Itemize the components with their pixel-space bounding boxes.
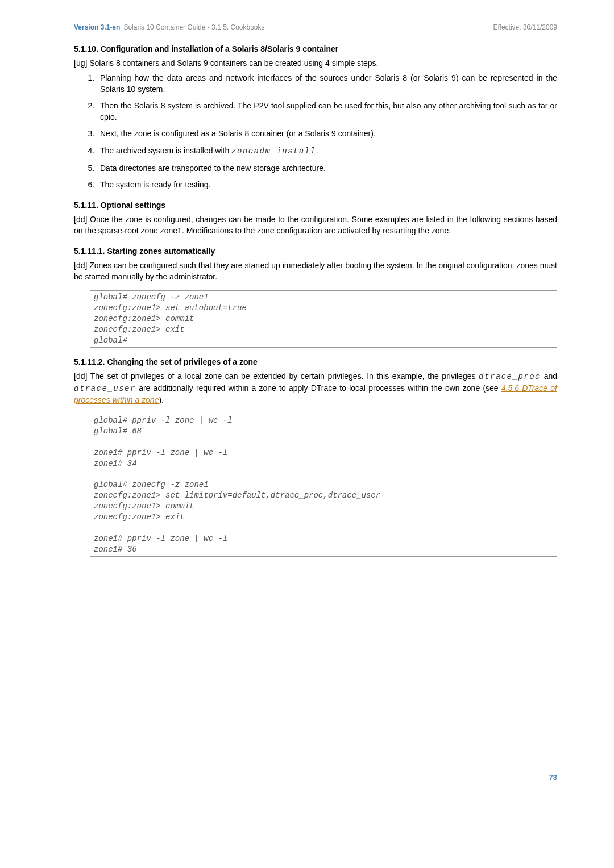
list-item: Data directories are transported to the … [97, 163, 557, 174]
page-header: Version 3.1-en Solaris 10 Container Guid… [74, 23, 557, 32]
header-effective: Effective: 30/11/2009 [493, 23, 557, 32]
list-item: Then the Solaris 8 system is archived. T… [97, 101, 557, 123]
priv-dtrace-proc: dtrace_proc [479, 372, 541, 381]
section-5-1-11-heading: 5.1.11. Optional settings [74, 200, 557, 211]
p-text: ). [159, 395, 164, 404]
section-5-1-11-1-heading: 5.1.11.1. Starting zones automatically [74, 246, 557, 257]
p-text: are additionally required within a zone … [136, 383, 501, 393]
li4-text-c: . [316, 146, 318, 155]
code-block-autoboot: global# zonecfg -z zone1 zonecfg:zone1> … [90, 290, 557, 347]
section-5-1-11-2-heading: 5.1.11.2. Changing the set of privileges… [74, 357, 557, 368]
list-item: Planning how the data areas and network … [97, 73, 557, 95]
page-number: 73 [74, 773, 557, 783]
li4-text-a: The archived system is installed with [100, 146, 231, 155]
code-block-privileges: global# ppriv -l zone | wc -l global# 68… [90, 414, 557, 557]
list-item: The archived system is installed with zo… [97, 145, 557, 157]
section-5-1-11-2-para: [dd] The set of privileges of a local zo… [74, 371, 557, 406]
p-text: and [541, 372, 557, 381]
header-version: Version 3.1-en [74, 23, 120, 32]
list-item: The system is ready for testing. [97, 180, 557, 191]
section-5-1-11-1-para: [dd] Zones can be configured such that t… [74, 260, 557, 282]
section-5-1-10-heading: 5.1.10. Configuration and installation o… [74, 44, 557, 55]
section-5-1-10-intro: [ug] Solaris 8 containers and Solaris 9 … [74, 58, 557, 69]
list-item: Next, the zone is configured as a Solari… [97, 128, 557, 140]
header-left: Version 3.1-en Solaris 10 Container Guid… [74, 23, 265, 32]
priv-dtrace-user: dtrace_user [74, 384, 136, 393]
header-title: Solaris 10 Container Guide - 3.1 5. Cook… [123, 23, 264, 32]
section-5-1-10-list: Planning how the data areas and network … [97, 73, 557, 191]
section-5-1-11-para: [dd] Once the zone is configured, change… [74, 214, 557, 236]
p-text: [dd] The set of privileges of a local zo… [74, 372, 479, 381]
li4-command: zoneadm install [231, 147, 316, 156]
